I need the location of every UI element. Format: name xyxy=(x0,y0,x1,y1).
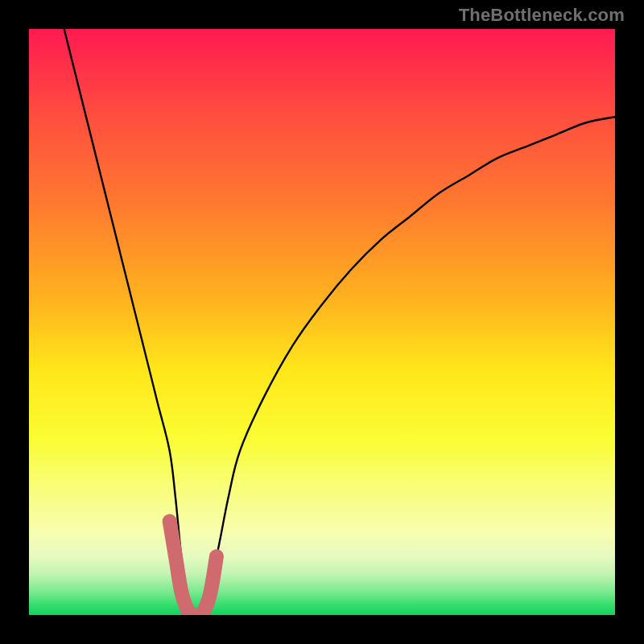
highlight-segment xyxy=(170,522,217,615)
curve-layer xyxy=(29,29,615,615)
chart-frame: TheBottleneck.com xyxy=(0,0,644,644)
plot-area xyxy=(29,29,615,615)
watermark-text: TheBottleneck.com xyxy=(459,5,625,26)
bottleneck-curve xyxy=(64,29,615,615)
